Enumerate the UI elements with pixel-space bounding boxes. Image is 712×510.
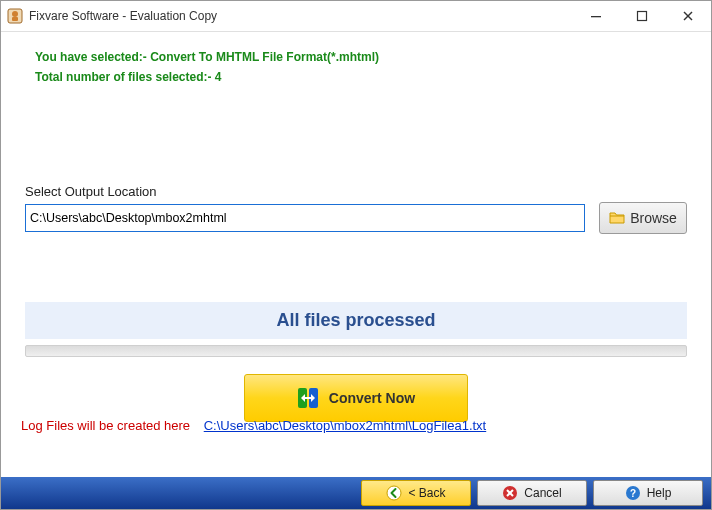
svg-point-1 (12, 11, 18, 17)
log-file-link[interactable]: C:\Users\abc\Desktop\mbox2mhtml\LogFilea… (204, 418, 487, 433)
client-area: You have selected:- Convert To MHTML Fil… (1, 32, 711, 477)
convert-icon (297, 387, 319, 409)
svg-rect-3 (591, 16, 601, 17)
cancel-button-label: Cancel (524, 486, 561, 500)
back-button[interactable]: < Back (361, 480, 471, 506)
help-icon: ? (625, 485, 641, 501)
close-button[interactable] (665, 1, 711, 31)
browse-button-label: Browse (630, 210, 677, 226)
progress-bar (25, 345, 687, 357)
app-icon (7, 8, 23, 24)
log-label: Log Files will be created here (21, 418, 190, 433)
output-path-input[interactable] (25, 204, 585, 232)
selected-format-text: You have selected:- Convert To MHTML Fil… (35, 50, 691, 64)
app-window: Fixvare Software - Evaluation Copy You h… (0, 0, 712, 510)
browse-button[interactable]: Browse (599, 202, 687, 234)
output-path-row: Browse (25, 202, 687, 234)
folder-icon (609, 210, 625, 226)
convert-now-label: Convert Now (329, 390, 415, 406)
cancel-button[interactable]: Cancel (477, 480, 587, 506)
status-message: All files processed (25, 302, 687, 339)
output-location-label: Select Output Location (25, 184, 157, 199)
svg-point-9 (387, 486, 401, 500)
log-row: Log Files will be created here C:\Users\… (21, 418, 486, 433)
footer: < Back Cancel ? Help (1, 477, 711, 509)
maximize-button[interactable] (619, 1, 665, 31)
help-button-label: Help (647, 486, 672, 500)
svg-text:?: ? (630, 488, 636, 499)
back-button-label: < Back (408, 486, 445, 500)
file-count-text: Total number of files selected:- 4 (35, 70, 691, 84)
convert-now-button[interactable]: Convert Now (244, 374, 468, 422)
help-button[interactable]: ? Help (593, 480, 703, 506)
back-arrow-icon (386, 485, 402, 501)
svg-rect-2 (12, 17, 18, 21)
window-title: Fixvare Software - Evaluation Copy (29, 9, 217, 23)
status-area: All files processed (25, 302, 687, 357)
titlebar: Fixvare Software - Evaluation Copy (1, 1, 711, 32)
cancel-icon (502, 485, 518, 501)
minimize-button[interactable] (573, 1, 619, 31)
convert-row: Convert Now (1, 374, 711, 422)
svg-rect-4 (638, 12, 647, 21)
